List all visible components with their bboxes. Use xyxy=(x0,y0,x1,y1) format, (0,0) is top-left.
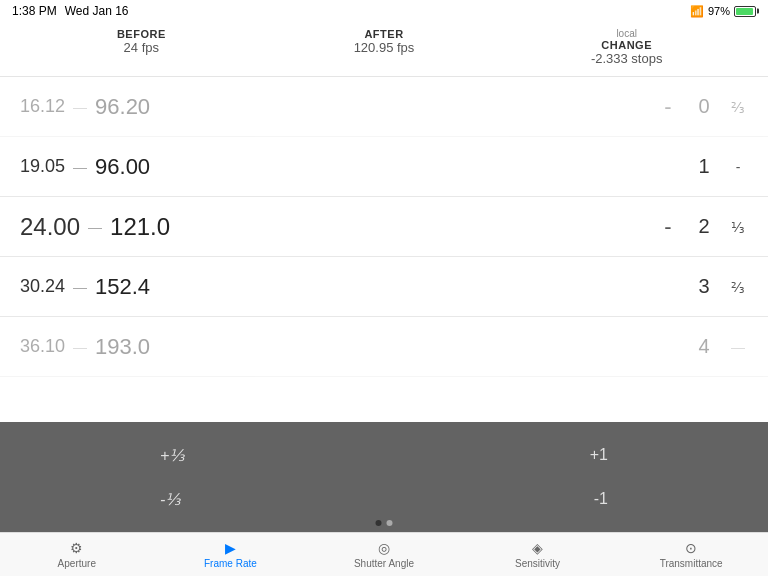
battery-percent: 97% xyxy=(708,5,730,17)
tab-icon: ⚙ xyxy=(70,540,83,556)
tab-bar: ⚙ Aperture ▶ Frame Rate ◎ Shutter Angle … xyxy=(0,532,768,576)
row-left: 30.24 — 152.4 xyxy=(20,274,656,300)
battery-icon xyxy=(734,6,756,17)
row-values: 16.12 — 96.20 xyxy=(20,94,150,120)
table-row[interactable]: 24.00 — 121.0 - 2 ⅓ xyxy=(0,197,768,257)
row-to: 121.0 xyxy=(110,213,170,241)
table-row[interactable]: 30.24 — 152.4 3 ⅔ xyxy=(0,257,768,317)
table-row[interactable]: 19.05 — 96.00 1 - xyxy=(0,137,768,197)
table-row[interactable]: 36.10 — 193.0 4 — xyxy=(0,317,768,377)
plus-one-btn[interactable]: +1 xyxy=(590,446,608,464)
row-fraction: ⅓ xyxy=(728,219,748,235)
row-to: 193.0 xyxy=(95,334,150,360)
row-right: 4 — xyxy=(656,335,748,358)
tab-label: Transmittance xyxy=(660,558,723,569)
row-from: 36.10 xyxy=(20,336,65,357)
row-stop-count: 2 xyxy=(694,215,714,238)
row-from: 19.05 xyxy=(20,156,65,177)
bottom-row-2: -⅓ -1 xyxy=(0,477,768,521)
row-arrow: — xyxy=(73,279,87,295)
header: BEFORE 24 fps AFTER 120.95 fps local CHA… xyxy=(0,22,768,77)
row-fraction: ⅔ xyxy=(728,279,748,295)
status-bar: 1:38 PM Wed Jan 16 📶 97% xyxy=(0,0,768,22)
local-label: local xyxy=(616,28,637,39)
plus-third-btn[interactable]: +⅓ xyxy=(160,446,185,465)
tab-icon: ◈ xyxy=(532,540,543,556)
tab-item-shutter-angle[interactable]: ◎ Shutter Angle xyxy=(307,533,461,576)
row-values: 36.10 — 193.0 xyxy=(20,334,150,360)
row-left: 36.10 — 193.0 xyxy=(20,334,656,360)
wifi-icon: 📶 xyxy=(690,5,704,18)
after-value: 120.95 fps xyxy=(354,40,415,55)
before-label: BEFORE xyxy=(117,28,166,40)
rows-container: 16.12 — 96.20 - 0 ⅔ 19.05 — 96.00 1 - 24… xyxy=(0,77,768,377)
bottom-panel: +⅓ +1 -⅓ -1 xyxy=(0,422,768,532)
row-stop-count: 4 xyxy=(694,335,714,358)
tab-icon: ⊙ xyxy=(685,540,697,556)
change-value: -2.333 stops xyxy=(591,51,663,66)
row-to: 152.4 xyxy=(95,274,150,300)
row-values: 24.00 — 121.0 xyxy=(20,213,170,241)
tab-label: Sensitivity xyxy=(515,558,560,569)
row-values: 19.05 — 96.00 xyxy=(20,154,150,180)
tab-label: Shutter Angle xyxy=(354,558,414,569)
tab-label: Frame Rate xyxy=(204,558,257,569)
after-label: AFTER xyxy=(364,28,403,40)
tab-item-aperture[interactable]: ⚙ Aperture xyxy=(0,533,154,576)
row-arrow: — xyxy=(73,99,87,115)
row-left: 19.05 — 96.00 xyxy=(20,154,656,180)
page-dots xyxy=(376,520,393,526)
row-from: 30.24 xyxy=(20,276,65,297)
row-fraction: — xyxy=(728,339,748,355)
row-arrow: — xyxy=(73,339,87,355)
change-col: local CHANGE -2.333 stops xyxy=(505,28,748,66)
row-minus-btn[interactable]: - xyxy=(656,94,680,120)
minus-third-btn[interactable]: -⅓ xyxy=(160,490,181,509)
row-right: - 0 ⅔ xyxy=(656,94,748,120)
row-right: 1 - xyxy=(656,155,748,178)
row-values: 30.24 — 152.4 xyxy=(20,274,150,300)
row-from: 16.12 xyxy=(20,96,65,117)
row-left: 16.12 — 96.20 xyxy=(20,94,656,120)
tab-label: Aperture xyxy=(58,558,96,569)
page-dot[interactable] xyxy=(376,520,382,526)
time: 1:38 PM xyxy=(12,4,57,18)
row-left: 24.00 — 121.0 xyxy=(20,213,656,241)
row-to: 96.00 xyxy=(95,154,150,180)
row-stop-count: 1 xyxy=(694,155,714,178)
page-dot[interactable] xyxy=(387,520,393,526)
tab-item-frame-rate[interactable]: ▶ Frame Rate xyxy=(154,533,308,576)
row-from: 24.00 xyxy=(20,213,80,241)
row-right: 3 ⅔ xyxy=(656,275,748,298)
date: Wed Jan 16 xyxy=(65,4,129,18)
minus-one-btn[interactable]: -1 xyxy=(594,490,608,508)
table-row[interactable]: 16.12 — 96.20 - 0 ⅔ xyxy=(0,77,768,137)
tab-icon: ◎ xyxy=(378,540,390,556)
row-right: - 2 ⅓ xyxy=(656,214,748,240)
row-fraction: ⅔ xyxy=(728,99,748,115)
bottom-row-1: +⅓ +1 xyxy=(0,433,768,477)
row-minus-btn[interactable]: - xyxy=(656,214,680,240)
row-fraction: - xyxy=(728,159,748,175)
row-stop-count: 3 xyxy=(694,275,714,298)
before-col: BEFORE 24 fps xyxy=(20,28,263,66)
tab-item-transmittance[interactable]: ⊙ Transmittance xyxy=(614,533,768,576)
row-to: 96.20 xyxy=(95,94,150,120)
after-col: AFTER 120.95 fps xyxy=(263,28,506,66)
row-stop-count: 0 xyxy=(694,95,714,118)
row-arrow: — xyxy=(73,159,87,175)
change-label: CHANGE xyxy=(601,39,652,51)
before-value: 24 fps xyxy=(124,40,159,55)
tab-icon: ▶ xyxy=(225,540,236,556)
tab-item-sensitivity[interactable]: ◈ Sensitivity xyxy=(461,533,615,576)
row-arrow: — xyxy=(88,219,102,235)
